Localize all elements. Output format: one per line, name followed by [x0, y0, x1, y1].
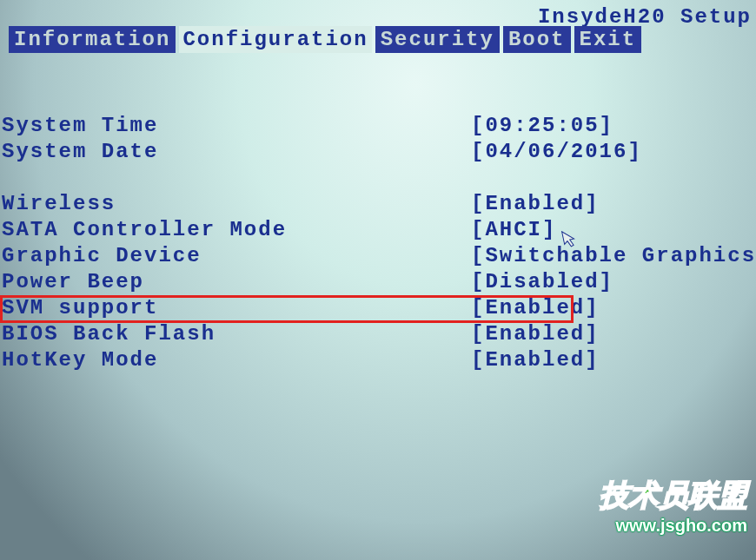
label-graphic-device: Graphic Device [2, 243, 471, 269]
settings-list: System Time [09:25:05] System Date [04/0… [0, 113, 756, 373]
row-system-date[interactable]: System Date [04/06/2016] [0, 139, 756, 165]
watermark-over-text: 之家 [669, 483, 756, 523]
label-power-beep: Power Beep [2, 269, 471, 295]
label-bios-back-flash: BIOS Back Flash [2, 321, 471, 347]
label-hotkey-mode: HotKey Mode [2, 347, 471, 373]
menu-exit[interactable]: Exit [574, 26, 642, 53]
menu-security[interactable]: Security [375, 26, 500, 53]
label-system-date: System Date [2, 139, 471, 165]
label-svm-support: SVM support [2, 295, 471, 321]
label-system-time: System Time [2, 113, 471, 139]
value-power-beep[interactable]: [Disabled] [471, 269, 613, 295]
row-bios-back-flash[interactable]: BIOS Back Flash [Enabled] [0, 321, 756, 347]
row-sata-controller-mode[interactable]: SATA Controller Mode [AHCI] [0, 217, 756, 243]
value-system-time[interactable]: [09:25:05] [471, 113, 613, 139]
value-wireless[interactable]: [Enabled] [471, 191, 600, 217]
row-wireless[interactable]: Wireless [Enabled] [0, 191, 756, 217]
value-sata-controller-mode[interactable]: [AHCI] [471, 217, 556, 243]
row-svm-support[interactable]: SVM support [Enabled] [0, 295, 756, 321]
row-system-time[interactable]: System Time [09:25:05] [0, 113, 756, 139]
watermark-title: 技术员联盟 之家 [600, 476, 747, 516]
value-graphic-device[interactable]: [Switchable Graphics] [471, 243, 756, 269]
row-hotkey-mode[interactable]: HotKey Mode [Enabled] [0, 347, 756, 373]
value-bios-back-flash[interactable]: [Enabled] [471, 321, 600, 347]
value-system-date[interactable]: [04/06/2016] [471, 139, 642, 165]
bios-screen: InsydeH20 Setup Information Configuratio… [0, 0, 756, 560]
value-svm-support[interactable]: [Enabled] [471, 295, 600, 321]
menu-bar: Information Configuration Security Boot … [9, 26, 645, 53]
menu-configuration[interactable]: Configuration [179, 26, 371, 53]
row-power-beep[interactable]: Power Beep [Disabled] [0, 269, 756, 295]
watermark: 技术员联盟 之家 www.jsgho.com [600, 476, 747, 536]
label-sata-controller-mode: SATA Controller Mode [2, 217, 471, 243]
bios-title: InsydeH20 Setup [538, 5, 752, 29]
gap [0, 165, 756, 191]
menu-information[interactable]: Information [9, 26, 176, 53]
label-wireless: Wireless [2, 191, 471, 217]
menu-boot[interactable]: Boot [503, 26, 571, 53]
row-graphic-device[interactable]: Graphic Device [Switchable Graphics] [0, 243, 756, 269]
value-hotkey-mode[interactable]: [Enabled] [471, 347, 600, 373]
